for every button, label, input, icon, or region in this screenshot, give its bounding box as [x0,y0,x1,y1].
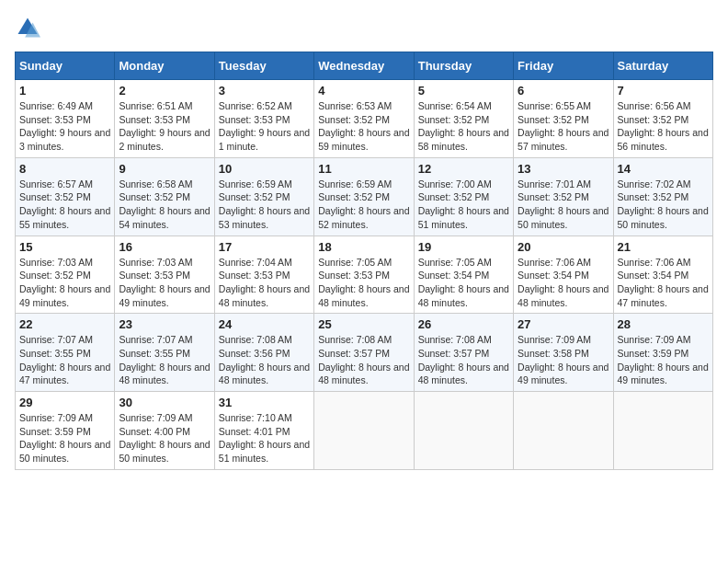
calendar-cell: 13 Sunrise: 7:01 AMSunset: 3:52 PMDaylig… [514,157,613,236]
calendar-cell: 22 Sunrise: 7:07 AMSunset: 3:55 PMDaylig… [16,314,115,392]
page-header [15,15,713,40]
day-info: Sunrise: 7:09 AMSunset: 3:59 PMDaylight:… [618,334,709,385]
weekday-header: Thursday [414,52,513,80]
calendar-week-row: 8 Sunrise: 6:57 AMSunset: 3:52 PMDayligh… [16,157,713,236]
calendar-week-row: 1 Sunrise: 6:49 AMSunset: 3:53 PMDayligh… [16,80,713,158]
day-info: Sunrise: 6:56 AMSunset: 3:52 PMDaylight:… [618,100,709,152]
calendar-cell: 10 Sunrise: 6:59 AMSunset: 3:52 PMDaylig… [214,157,313,236]
calendar-cell: 19 Sunrise: 7:05 AMSunset: 3:54 PMDaylig… [414,236,513,314]
day-number: 25 [318,317,409,331]
day-number: 22 [19,317,110,331]
weekday-header: Monday [115,52,214,80]
day-number: 1 [19,84,110,98]
day-info: Sunrise: 6:49 AMSunset: 3:53 PMDaylight:… [19,100,110,152]
calendar-cell: 16 Sunrise: 7:03 AMSunset: 3:53 PMDaylig… [115,236,214,314]
calendar-table: SundayMondayTuesdayWednesdayThursdayFrid… [15,52,713,470]
calendar-cell: 8 Sunrise: 6:57 AMSunset: 3:52 PMDayligh… [16,157,115,236]
calendar-cell: 31 Sunrise: 7:10 AMSunset: 4:01 PMDaylig… [214,392,313,470]
day-number: 16 [119,240,210,254]
day-info: Sunrise: 7:02 AMSunset: 3:52 PMDaylight:… [618,178,709,230]
day-info: Sunrise: 7:10 AMSunset: 4:01 PMDaylight:… [219,412,310,464]
day-number: 30 [119,396,210,409]
day-number: 18 [318,240,409,254]
day-number: 13 [518,162,609,176]
calendar-cell: 6 Sunrise: 6:55 AMSunset: 3:52 PMDayligh… [514,80,613,158]
day-info: Sunrise: 7:09 AMSunset: 3:59 PMDaylight:… [19,412,110,464]
day-number: 20 [518,240,609,254]
day-number: 31 [219,396,310,409]
weekday-header: Tuesday [214,52,313,80]
calendar-cell [514,392,613,470]
day-info: Sunrise: 6:58 AMSunset: 3:52 PMDaylight:… [119,178,210,230]
day-number: 21 [618,240,709,254]
calendar-week-row: 22 Sunrise: 7:07 AMSunset: 3:55 PMDaylig… [16,314,713,392]
calendar-cell: 12 Sunrise: 7:00 AMSunset: 3:52 PMDaylig… [414,157,513,236]
day-number: 2 [119,84,210,98]
calendar-week-row: 29 Sunrise: 7:09 AMSunset: 3:59 PMDaylig… [16,392,713,470]
day-number: 3 [219,84,310,98]
day-number: 15 [19,240,110,254]
day-info: Sunrise: 7:05 AMSunset: 3:53 PMDaylight:… [318,257,409,308]
calendar-cell: 24 Sunrise: 7:08 AMSunset: 3:56 PMDaylig… [214,314,313,392]
day-info: Sunrise: 6:52 AMSunset: 3:53 PMDaylight:… [219,100,310,152]
logo-icon [15,15,40,40]
day-number: 23 [119,317,210,331]
day-number: 10 [219,162,310,176]
calendar-cell: 29 Sunrise: 7:09 AMSunset: 3:59 PMDaylig… [16,392,115,470]
calendar-week-row: 15 Sunrise: 7:03 AMSunset: 3:52 PMDaylig… [16,236,713,314]
day-number: 29 [19,396,110,409]
day-number: 6 [518,84,609,98]
calendar-cell: 30 Sunrise: 7:09 AMSunset: 4:00 PMDaylig… [115,392,214,470]
calendar-cell: 17 Sunrise: 7:04 AMSunset: 3:53 PMDaylig… [214,236,313,314]
calendar-cell: 7 Sunrise: 6:56 AMSunset: 3:52 PMDayligh… [613,80,712,158]
calendar-cell: 20 Sunrise: 7:06 AMSunset: 3:54 PMDaylig… [514,236,613,314]
calendar-cell: 2 Sunrise: 6:51 AMSunset: 3:53 PMDayligh… [115,80,214,158]
weekday-header: Sunday [16,52,115,80]
day-number: 9 [119,162,210,176]
calendar-cell: 9 Sunrise: 6:58 AMSunset: 3:52 PMDayligh… [115,157,214,236]
day-info: Sunrise: 6:55 AMSunset: 3:52 PMDaylight:… [518,100,609,152]
weekday-header: Saturday [613,52,712,80]
weekday-header: Friday [514,52,613,80]
day-info: Sunrise: 7:09 AMSunset: 4:00 PMDaylight:… [119,412,210,464]
day-info: Sunrise: 6:51 AMSunset: 3:53 PMDaylight:… [119,100,210,152]
calendar-cell: 11 Sunrise: 6:59 AMSunset: 3:52 PMDaylig… [314,157,414,236]
day-info: Sunrise: 7:00 AMSunset: 3:52 PMDaylight:… [418,178,509,230]
calendar-cell: 3 Sunrise: 6:52 AMSunset: 3:53 PMDayligh… [214,80,313,158]
calendar-header-row: SundayMondayTuesdayWednesdayThursdayFrid… [16,52,713,80]
calendar-cell: 15 Sunrise: 7:03 AMSunset: 3:52 PMDaylig… [16,236,115,314]
day-number: 14 [618,162,709,176]
day-number: 7 [618,84,709,98]
day-info: Sunrise: 7:08 AMSunset: 3:57 PMDaylight:… [418,334,509,385]
day-info: Sunrise: 7:03 AMSunset: 3:53 PMDaylight:… [119,257,210,308]
calendar-cell: 1 Sunrise: 6:49 AMSunset: 3:53 PMDayligh… [16,80,115,158]
day-info: Sunrise: 7:03 AMSunset: 3:52 PMDaylight:… [19,257,110,308]
calendar-cell: 28 Sunrise: 7:09 AMSunset: 3:59 PMDaylig… [613,314,712,392]
day-number: 27 [518,317,609,331]
day-info: Sunrise: 6:57 AMSunset: 3:52 PMDaylight:… [19,178,110,230]
day-info: Sunrise: 6:54 AMSunset: 3:52 PMDaylight:… [418,100,509,152]
day-info: Sunrise: 7:06 AMSunset: 3:54 PMDaylight:… [518,257,609,308]
day-number: 8 [19,162,110,176]
calendar-cell [314,392,414,470]
day-info: Sunrise: 7:06 AMSunset: 3:54 PMDaylight:… [618,257,709,308]
calendar-cell [414,392,513,470]
day-info: Sunrise: 6:59 AMSunset: 3:52 PMDaylight:… [318,178,409,230]
day-info: Sunrise: 7:07 AMSunset: 3:55 PMDaylight:… [119,334,210,385]
calendar-cell: 18 Sunrise: 7:05 AMSunset: 3:53 PMDaylig… [314,236,414,314]
day-number: 19 [418,240,509,254]
calendar-cell: 21 Sunrise: 7:06 AMSunset: 3:54 PMDaylig… [613,236,712,314]
day-number: 17 [219,240,310,254]
weekday-header: Wednesday [314,52,414,80]
day-info: Sunrise: 7:01 AMSunset: 3:52 PMDaylight:… [518,178,609,230]
day-info: Sunrise: 7:07 AMSunset: 3:55 PMDaylight:… [19,334,110,385]
logo [15,15,44,40]
day-number: 11 [318,162,409,176]
day-number: 24 [219,317,310,331]
calendar-cell: 14 Sunrise: 7:02 AMSunset: 3:52 PMDaylig… [613,157,712,236]
calendar-cell: 26 Sunrise: 7:08 AMSunset: 3:57 PMDaylig… [414,314,513,392]
day-info: Sunrise: 6:59 AMSunset: 3:52 PMDaylight:… [219,178,310,230]
calendar-cell: 23 Sunrise: 7:07 AMSunset: 3:55 PMDaylig… [115,314,214,392]
day-number: 4 [318,84,409,98]
day-info: Sunrise: 7:04 AMSunset: 3:53 PMDaylight:… [219,257,310,308]
